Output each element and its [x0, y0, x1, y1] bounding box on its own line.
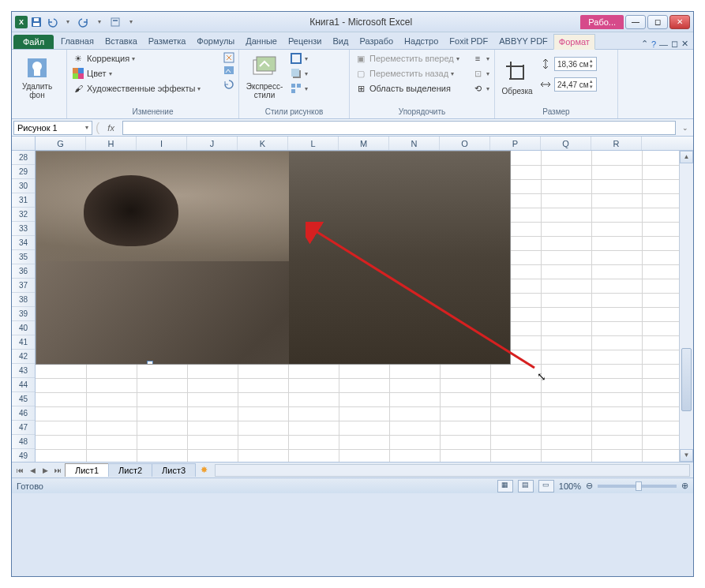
- group-button[interactable]: ⊡▾: [470, 66, 491, 81]
- name-box[interactable]: Рисунок 1 ▾: [13, 121, 92, 135]
- tab-abbyy[interactable]: ABBYY PDF: [493, 33, 553, 49]
- zoom-slider-thumb[interactable]: [636, 481, 642, 491]
- undo-dropdown-icon[interactable]: ▾: [61, 15, 75, 29]
- picture-effects-button[interactable]: ▾: [288, 66, 309, 81]
- picture-layout-button[interactable]: ▾: [288, 81, 309, 96]
- column-header[interactable]: J: [187, 137, 238, 150]
- column-header[interactable]: K: [238, 137, 288, 150]
- row-header[interactable]: 49: [12, 449, 35, 462]
- row-header[interactable]: 36: [12, 264, 35, 279]
- row-header[interactable]: 42: [12, 350, 35, 364]
- redo-dropdown-icon[interactable]: ▾: [92, 15, 107, 29]
- mdi-restore-icon[interactable]: ◻: [671, 39, 678, 49]
- namebox-dropdown-icon[interactable]: ▾: [85, 124, 88, 131]
- zoom-in-icon[interactable]: ⊕: [681, 481, 688, 491]
- tab-foxit[interactable]: Foxit PDF: [444, 33, 493, 49]
- row-header[interactable]: 45: [12, 392, 35, 406]
- column-header[interactable]: Q: [541, 137, 591, 150]
- maximize-button[interactable]: ◻: [647, 15, 668, 29]
- sheet-nav-last-icon[interactable]: ⏭: [51, 464, 64, 477]
- sheet-nav-first-icon[interactable]: ⏮: [13, 464, 26, 477]
- tab-insert[interactable]: Вставка: [99, 33, 143, 49]
- column-header[interactable]: R: [591, 137, 642, 150]
- tab-home[interactable]: Главная: [55, 33, 99, 49]
- row-header[interactable]: 43: [12, 364, 35, 378]
- tab-addins[interactable]: Надстро: [399, 33, 444, 49]
- artistic-effects-button[interactable]: 🖌 Художественные эффекты ▾: [70, 81, 221, 96]
- picture-styles-button[interactable]: Экспресс-стили: [242, 51, 287, 103]
- row-header[interactable]: 44: [12, 378, 35, 392]
- width-input[interactable]: 24,47 см ▲▼: [554, 77, 597, 92]
- width-spinner[interactable]: ▲▼: [589, 79, 594, 90]
- tab-developer[interactable]: Разрабо: [354, 33, 399, 49]
- help-icon[interactable]: ?: [651, 39, 656, 49]
- column-header[interactable]: H: [86, 137, 137, 150]
- close-button[interactable]: ✕: [669, 15, 690, 29]
- row-header[interactable]: 39: [12, 307, 35, 321]
- row-header[interactable]: 47: [12, 421, 35, 435]
- row-header[interactable]: 28: [12, 151, 35, 165]
- minimize-button[interactable]: —: [625, 15, 646, 29]
- row-header[interactable]: 31: [12, 193, 35, 208]
- sheet-nav-prev-icon[interactable]: ◀: [26, 464, 39, 477]
- tab-format[interactable]: Формат: [553, 34, 595, 50]
- tab-pagelayout[interactable]: Разметка: [143, 33, 192, 49]
- bring-forward-button[interactable]: ▣ Переместить вперед ▾: [353, 51, 468, 66]
- corrections-button[interactable]: ☀ Коррекция ▾: [70, 51, 221, 66]
- select-all-corner[interactable]: [12, 137, 36, 150]
- qat-extra-icon[interactable]: [108, 15, 122, 29]
- tab-review[interactable]: Рецензи: [283, 33, 328, 49]
- tab-view[interactable]: Вид: [328, 33, 354, 49]
- row-header[interactable]: 38: [12, 293, 35, 307]
- column-header[interactable]: N: [389, 137, 440, 150]
- change-picture-icon[interactable]: [223, 65, 235, 77]
- mdi-close-icon[interactable]: ✕: [681, 39, 688, 49]
- add-sheet-icon[interactable]: ✸: [196, 465, 212, 475]
- row-header[interactable]: 34: [12, 236, 35, 250]
- scroll-thumb[interactable]: [681, 348, 692, 411]
- column-header[interactable]: L: [288, 137, 339, 150]
- scroll-up-icon[interactable]: ▲: [680, 151, 693, 163]
- inserted-picture[interactable]: [36, 151, 511, 365]
- align-button[interactable]: ≡▾: [470, 51, 491, 66]
- view-normal-icon[interactable]: ▦: [497, 480, 513, 492]
- height-spinner[interactable]: ▲▼: [589, 58, 594, 69]
- sheet-tab-3[interactable]: Лист3: [152, 463, 196, 477]
- row-header[interactable]: 29: [12, 165, 35, 179]
- height-input[interactable]: 18,36 см ▲▼: [554, 57, 597, 71]
- zoom-level-label[interactable]: 100%: [559, 481, 581, 491]
- redo-icon[interactable]: [77, 15, 91, 29]
- row-header[interactable]: 46: [12, 406, 35, 421]
- scroll-down-icon[interactable]: ▼: [680, 449, 693, 462]
- row-header[interactable]: 33: [12, 222, 35, 236]
- minimize-ribbon-icon[interactable]: ⌃: [641, 39, 648, 49]
- column-header[interactable]: I: [137, 137, 187, 150]
- column-header[interactable]: M: [339, 137, 389, 150]
- picture-tools-context-tab[interactable]: Рабо...: [580, 15, 624, 29]
- row-header[interactable]: 40: [12, 321, 35, 335]
- save-icon[interactable]: [29, 15, 43, 29]
- reset-picture-icon[interactable]: [223, 78, 235, 91]
- row-header[interactable]: 32: [12, 208, 35, 222]
- formula-input[interactable]: [122, 121, 676, 135]
- zoom-slider[interactable]: [598, 485, 677, 488]
- crop-button[interactable]: Обрезка: [498, 51, 536, 103]
- sheet-tab-1[interactable]: Лист1: [65, 463, 109, 477]
- horizontal-scrollbar[interactable]: [215, 464, 690, 477]
- resize-handle-bottom[interactable]: [147, 361, 153, 365]
- tab-data[interactable]: Данные: [240, 33, 283, 49]
- send-backward-button[interactable]: ▢ Переместить назад ▾: [353, 66, 468, 81]
- tab-formulas[interactable]: Формулы: [191, 33, 240, 49]
- view-pagebreak-icon[interactable]: ▭: [538, 480, 554, 492]
- remove-background-button[interactable]: Удалить фон: [15, 51, 59, 103]
- mdi-minimize-icon[interactable]: —: [659, 39, 668, 49]
- file-tab[interactable]: Файл: [13, 35, 54, 49]
- qat-customize-icon[interactable]: ▾: [124, 15, 138, 29]
- vertical-scrollbar[interactable]: ▲ ▼: [679, 151, 693, 462]
- column-header[interactable]: O: [440, 137, 490, 150]
- undo-icon[interactable]: [45, 15, 59, 29]
- view-pagelayout-icon[interactable]: ▤: [518, 480, 534, 492]
- picture-border-button[interactable]: ▾: [288, 51, 309, 66]
- row-header[interactable]: 30: [12, 179, 35, 193]
- compress-picture-icon[interactable]: [223, 51, 235, 64]
